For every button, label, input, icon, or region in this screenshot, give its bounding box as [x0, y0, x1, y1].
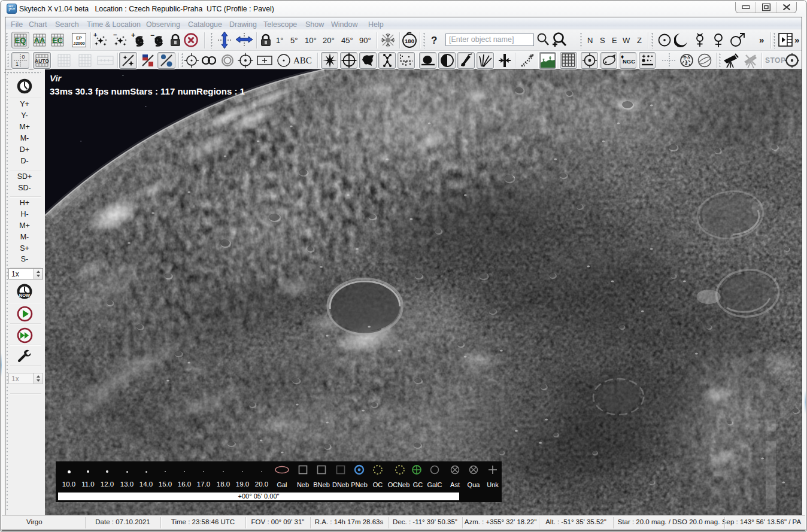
svg-text:O: O [685, 61, 688, 65]
svg-text:P: P [684, 57, 686, 60]
svg-text:+: + [131, 32, 135, 39]
svg-text:−: − [113, 32, 117, 38]
svg-text:NOW: NOW [19, 293, 31, 298]
svg-text:0: 0 [22, 54, 25, 60]
svg-text:−: − [150, 32, 154, 39]
svg-text:G: G [687, 56, 690, 60]
svg-text:AUTO: AUTO [35, 58, 49, 64]
svg-text:+: + [93, 32, 97, 38]
svg-text:EC: EC [51, 36, 63, 45]
svg-text:AA: AA [34, 36, 45, 45]
svg-text:1: 1 [16, 61, 19, 67]
svg-text:180: 180 [405, 38, 414, 44]
svg-text:EQ: EQ [15, 36, 26, 45]
